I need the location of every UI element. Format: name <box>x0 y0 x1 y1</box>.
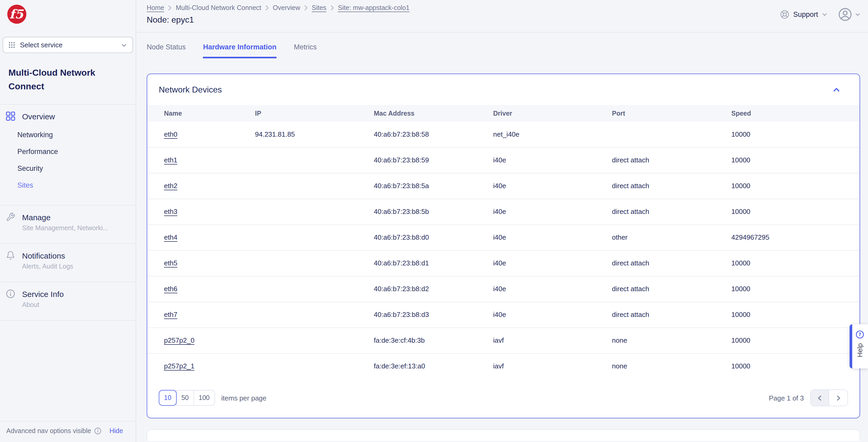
device-link[interactable]: p257p2_0 <box>164 336 194 344</box>
tab-bar: Node Status Hardware Information Metrics <box>147 43 868 58</box>
cell-driver: iavf <box>493 353 612 379</box>
collapse-panel-button[interactable] <box>832 86 848 94</box>
device-link[interactable]: eth7 <box>164 311 178 318</box>
cell-name: eth2 <box>147 173 255 199</box>
sidebar-item-subtitle: Site Management, Networki... <box>22 224 130 232</box>
sidebar-item-notifications[interactable]: Notifications <box>5 251 130 260</box>
device-link[interactable]: p257p2_1 <box>164 362 194 370</box>
column-header-speed: Speed <box>731 105 860 121</box>
support-menu[interactable]: Support <box>779 9 828 20</box>
panel-title: Network Devices <box>159 85 222 95</box>
cell-ip <box>255 353 374 379</box>
cell-port: direct attach <box>612 147 731 173</box>
device-link[interactable]: eth5 <box>164 259 178 267</box>
overview-sublist: Networking Performance Security Sites <box>5 126 130 193</box>
cell-mac-address: 40:a6:b7:23:b8:d2 <box>374 276 493 302</box>
nav-section-notifications: Notifications Alerts, Audit Logs <box>0 244 136 282</box>
chevron-down-icon <box>121 42 127 48</box>
cell-mac-address: 40:a6:b7:23:b8:d3 <box>374 302 493 327</box>
cell-ip <box>255 224 374 250</box>
cell-name: eth0 <box>147 121 255 147</box>
breadcrumb-overview: Overview <box>273 4 300 11</box>
support-label: Support <box>793 10 818 19</box>
sidebar: f5 Select service Multi-Cloud Network Co… <box>0 0 136 442</box>
svg-text:?: ? <box>859 332 861 337</box>
sidebar-item-label: Service Info <box>22 289 64 298</box>
device-link[interactable]: eth2 <box>164 182 178 190</box>
column-header-mac-address: Mac Address <box>374 105 493 121</box>
help-tab[interactable]: ? Help <box>849 324 868 369</box>
cell-mac-address: 40:a6:b7:23:b8:d0 <box>374 224 493 250</box>
table-row: eth440:a6:b7:23:b8:d0i40eother4294967295 <box>147 224 860 250</box>
breadcrumb-site-current[interactable]: Site: mw-appstack-colo1 <box>338 4 409 11</box>
chevron-right-icon <box>835 394 842 401</box>
device-link[interactable]: eth0 <box>164 130 178 138</box>
nav-section-overview: Overview Networking Performance Security… <box>0 104 136 206</box>
breadcrumb-sites[interactable]: Sites <box>312 4 327 11</box>
page-status: Page 1 of 3 <box>769 394 804 402</box>
sidebar-item-security[interactable]: Security <box>17 160 130 177</box>
cell-name: eth1 <box>147 147 255 173</box>
lifebuoy-icon <box>779 9 789 20</box>
cell-ip <box>255 302 374 327</box>
cell-name: p257p2_1 <box>147 353 255 379</box>
cell-speed: 10000 <box>731 327 860 353</box>
cell-driver: net_i40e <box>493 121 612 147</box>
breadcrumb-home[interactable]: Home <box>147 4 164 11</box>
sidebar-item-sites[interactable]: Sites <box>17 177 130 193</box>
table-row: eth540:a6:b7:23:b8:d1i40edirect attach10… <box>147 250 860 276</box>
device-link[interactable]: eth6 <box>164 285 178 293</box>
brand-logo[interactable]: f5 <box>0 0 136 26</box>
column-header-driver: Driver <box>493 105 612 121</box>
page-size-10-button[interactable]: 10 <box>159 390 177 406</box>
cell-port: none <box>612 327 731 353</box>
cell-speed: 10000 <box>731 121 860 147</box>
tab-metrics[interactable]: Metrics <box>294 43 317 58</box>
device-link[interactable]: eth3 <box>164 208 178 216</box>
info-circle-icon[interactable] <box>94 427 101 435</box>
sidebar-item-subtitle: About <box>22 301 130 309</box>
account-menu[interactable] <box>838 7 861 22</box>
page-size-100-button[interactable]: 100 <box>193 390 215 406</box>
network-devices-table: Name IP Mac Address Driver Port Speed et… <box>147 105 860 379</box>
tab-hardware-information[interactable]: Hardware Information <box>203 43 277 58</box>
table-row: p257p2_1fa:de:3e:ef:13:a0iavfnone10000 <box>147 353 860 379</box>
sidebar-nav: Overview Networking Performance Security… <box>0 104 136 321</box>
cell-driver: i40e <box>493 250 612 276</box>
chevron-left-icon <box>816 394 823 401</box>
page-size-selector: 10 50 100 <box>159 390 215 406</box>
avatar-icon <box>838 7 852 22</box>
sidebar-item-performance[interactable]: Performance <box>17 143 130 160</box>
cell-speed: 10000 <box>731 147 860 173</box>
cell-mac-address: 40:a6:b7:23:b8:d1 <box>374 250 493 276</box>
next-page-button[interactable] <box>829 390 847 406</box>
device-link[interactable]: eth4 <box>164 233 178 241</box>
cell-mac-address: 40:a6:b7:23:b8:5b <box>374 199 493 224</box>
cell-ip <box>255 147 374 173</box>
sidebar-item-service-info[interactable]: Service Info <box>5 289 130 298</box>
cell-mac-address: fa:de:3e:cf:4b:3b <box>374 327 493 353</box>
column-header-port: Port <box>612 105 731 121</box>
previous-page-button[interactable] <box>811 390 829 406</box>
sidebar-item-label: Notifications <box>22 251 65 260</box>
cell-driver: i40e <box>493 302 612 327</box>
hide-advanced-nav-link[interactable]: Hide <box>110 427 123 435</box>
chevron-down-icon <box>855 11 861 17</box>
sidebar-item-networking[interactable]: Networking <box>17 126 130 143</box>
cell-name: eth7 <box>147 302 255 327</box>
device-link[interactable]: eth1 <box>164 156 178 164</box>
cell-driver: iavf <box>493 327 612 353</box>
cell-driver: i40e <box>493 173 612 199</box>
table-row: eth340:a6:b7:23:b8:5bi40edirect attach10… <box>147 199 860 224</box>
cell-port: direct attach <box>612 250 731 276</box>
network-devices-panel: Network Devices Name IP Mac Address <box>147 73 860 418</box>
cell-name: eth4 <box>147 224 255 250</box>
page-size-50-button[interactable]: 50 <box>176 390 193 406</box>
breadcrumb-service: Multi-Cloud Network Connect <box>176 4 261 11</box>
sidebar-item-overview[interactable]: Overview <box>5 112 130 121</box>
cell-port: direct attach <box>612 302 731 327</box>
service-selector[interactable]: Select service <box>3 37 133 53</box>
cell-ip <box>255 250 374 276</box>
tab-node-status[interactable]: Node Status <box>147 43 186 58</box>
sidebar-item-manage[interactable]: Manage <box>5 212 130 222</box>
